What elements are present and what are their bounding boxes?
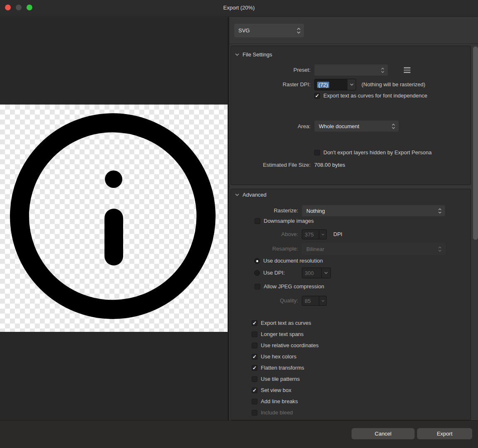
titlebar: Export (20%) (0, 0, 478, 17)
format-select[interactable]: SVG (234, 24, 304, 37)
disclosure-chevron-icon (235, 53, 239, 56)
checkbox-icon[interactable] (252, 354, 257, 360)
format-header: SVG (229, 17, 478, 44)
area-select-value: Whole document (319, 123, 359, 129)
checkbox-label[interactable]: Use relative coordinates (261, 342, 318, 348)
above-dpi-value: 375 (302, 229, 319, 239)
resample-select-value: Bilinear (306, 246, 324, 252)
use-relative-coordinates-checkbox-row[interactable]: Use relative coordinates (252, 342, 318, 348)
transparency-checkerboard (0, 105, 228, 332)
use-dpi-combo[interactable]: 300 (302, 268, 331, 278)
dialog-footer: Cancel Export (0, 420, 478, 448)
format-select-value: SVG (238, 27, 250, 34)
file-settings-panel: File Settings Preset: Raster DPI: (72) (… (231, 46, 471, 185)
checkbox-icon[interactable] (252, 331, 257, 337)
checkbox-label[interactable]: Export text as curves for font independe… (323, 93, 427, 99)
include-bleed-checkbox-row: Include bleed (252, 409, 293, 416)
export-settings-sidebar: SVG File Settings Preset: Raster DPI: (7… (228, 17, 478, 420)
resample-label: Resample: (231, 246, 298, 252)
downsample-images-checkbox-row[interactable]: Downsample images (255, 218, 314, 224)
export-preview-pane (0, 17, 228, 420)
allow-jpeg-compression-checkbox-row[interactable]: Allow JPEG compression (255, 283, 324, 290)
above-dpi-combo[interactable]: 375 (302, 229, 327, 239)
set-view-box-checkbox-row[interactable]: Set view box (252, 387, 291, 393)
checkbox-icon[interactable] (314, 93, 320, 99)
raster-dpi-label: Raster DPI: (231, 81, 311, 88)
disclosure-chevron-icon (235, 193, 239, 196)
raster-dpi-combo[interactable]: (72) (314, 79, 356, 90)
area-label: Area: (231, 123, 311, 129)
quality-label: Quality: (231, 297, 298, 304)
quality-value: 85 (302, 296, 319, 306)
chevron-down-icon[interactable] (319, 229, 327, 239)
radio-icon[interactable] (254, 270, 260, 276)
rasterize-select[interactable]: Nothing (302, 205, 445, 217)
checkbox-icon[interactable] (252, 365, 257, 371)
quality-combo[interactable]: 85 (302, 296, 327, 306)
raster-dpi-hint: (Nothing will be rasterized) (362, 81, 425, 88)
preset-label: Preset: (231, 67, 311, 73)
longer-text-spans-checkbox-row[interactable]: Longer text spans (252, 331, 303, 337)
above-label: Above: (231, 231, 298, 237)
stepper-icon (381, 67, 384, 73)
use-document-resolution-radio-row[interactable]: Use document resolution (254, 258, 323, 264)
checkbox-icon[interactable] (255, 284, 260, 290)
file-settings-title: File Settings (243, 51, 272, 58)
chevron-down-icon[interactable] (347, 79, 356, 90)
use-hex-colors-checkbox-row[interactable]: Use hex colors (252, 353, 296, 360)
add-line-breaks-checkbox-row[interactable]: Add line breaks (252, 398, 298, 404)
advanced-title: Advanced (243, 192, 267, 198)
checkbox-label[interactable]: Add line breaks (261, 398, 298, 404)
chevron-down-icon[interactable] (319, 296, 327, 306)
stepper-icon (297, 27, 301, 34)
rasterize-select-value: Nothing (306, 208, 325, 214)
use-dpi-radio-row[interactable]: Use DPI: (254, 270, 285, 276)
checkbox-icon[interactable] (252, 399, 257, 404)
export-text-as-curves-font-checkbox-row[interactable]: Export text as curves for font independe… (314, 93, 427, 99)
flatten-transforms-checkbox-row[interactable]: Flatten transforms (252, 365, 304, 371)
stepper-icon (392, 123, 395, 129)
area-select[interactable]: Whole document (314, 120, 399, 132)
checkbox-icon[interactable] (252, 387, 257, 393)
checkbox-icon[interactable] (252, 376, 257, 382)
export-button[interactable]: Export (417, 428, 472, 439)
use-dpi-value: 300 (302, 268, 322, 278)
checkbox-label[interactable]: Downsample images (264, 218, 314, 224)
scrollbar-thumb[interactable] (473, 46, 478, 240)
dont-export-hidden-layers-checkbox-row[interactable]: Don't export layers hidden by Export Per… (314, 149, 432, 156)
checkbox-label[interactable]: Export text as curves (261, 320, 311, 326)
checkbox-icon[interactable] (252, 320, 257, 326)
raster-dpi-value: (72) (317, 82, 329, 88)
checkbox-label[interactable]: Longer text spans (261, 331, 303, 337)
rasterize-label: Rasterize: (231, 207, 298, 214)
checkbox-label[interactable]: Allow JPEG compression (264, 283, 324, 290)
checkbox-label[interactable]: Use tile patterns (261, 376, 300, 382)
resample-select[interactable]: Bilinear (302, 243, 445, 255)
window-title: Export (20%) (0, 5, 478, 11)
checkbox-label[interactable]: Use hex colors (261, 353, 296, 360)
cancel-button[interactable]: Cancel (352, 428, 415, 439)
advanced-panel: Advanced Rasterize: Nothing Downsample i… (231, 189, 471, 420)
advanced-section-header[interactable]: Advanced (235, 192, 267, 198)
file-size-value: 708.00 bytes (314, 162, 345, 168)
radio-label[interactable]: Use DPI: (263, 270, 285, 276)
checkbox-icon[interactable] (314, 150, 320, 156)
file-size-label: Estimated File Size: (231, 162, 311, 168)
checkbox-icon[interactable] (252, 343, 257, 348)
checkbox-icon (252, 410, 257, 416)
chevron-down-icon[interactable] (322, 268, 331, 278)
export-text-as-curves-checkbox-row[interactable]: Export text as curves (252, 320, 311, 326)
radio-label[interactable]: Use document resolution (263, 258, 323, 264)
preset-select[interactable] (314, 64, 388, 76)
info-circle-icon (0, 105, 228, 332)
preset-menu-icon[interactable] (404, 67, 410, 73)
file-settings-section-header[interactable]: File Settings (235, 51, 272, 58)
checkbox-label[interactable]: Set view box (261, 387, 291, 393)
checkbox-label[interactable]: Flatten transforms (261, 365, 304, 371)
radio-icon[interactable] (254, 258, 260, 264)
stepper-icon (438, 208, 442, 214)
use-tile-patterns-checkbox-row[interactable]: Use tile patterns (252, 376, 300, 382)
checkbox-icon[interactable] (255, 218, 260, 224)
checkbox-label[interactable]: Don't export layers hidden by Export Per… (323, 149, 432, 156)
dpi-unit-label: DPI (333, 231, 342, 237)
